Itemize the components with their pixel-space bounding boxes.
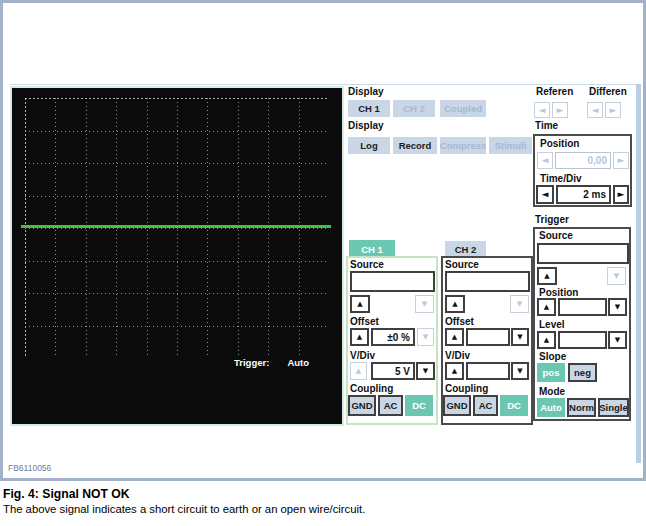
ch1-coupling-ac-button[interactable]: AC [378,395,403,416]
trigger-source-down-button[interactable]: ▼ [607,267,626,285]
ch1-vdiv-label: V/Div [350,351,375,361]
ch2-vdiv-label: V/Div [445,351,470,361]
display-compress-button[interactable]: Compress [440,137,486,154]
ch2-source-down-button[interactable]: ▼ [510,295,529,313]
ch1-vdiv-up-button[interactable]: ▲ [350,362,367,380]
reference-next-button[interactable]: ► [552,102,568,118]
display-log-button[interactable]: Log [348,137,390,154]
up-arrow-icon: ▲ [357,334,362,341]
trigger-mode-auto-button[interactable]: Auto [537,398,565,417]
trigger-level-down-button[interactable]: ▼ [608,331,627,349]
up-arrow-icon: ▲ [544,337,549,344]
ch2-vdiv-down-button[interactable]: ▼ [511,362,529,380]
ch1-offset-down-button[interactable]: ▼ [417,328,434,346]
ch2-offset-field[interactable] [466,328,510,346]
trigger-level-field[interactable] [558,331,607,349]
up-arrow-icon: ▲ [452,368,457,375]
right-arrow-icon: ► [618,156,625,165]
figure-code: FB6110056 [8,463,51,473]
trigger-level-label: Level [539,320,565,330]
trigger-position-label: Position [539,288,578,298]
trigger-source-field[interactable] [537,243,629,264]
trigger-position-field[interactable] [558,298,607,316]
figure-caption: Fig. 4: Signal NOT OK The above signal i… [3,487,365,518]
up-arrow-icon: ▲ [544,273,549,280]
trigger-position-down-button[interactable]: ▼ [608,298,627,316]
ch1-vdiv-down-button[interactable]: ▼ [416,362,435,380]
up-arrow-icon: ▲ [452,334,457,341]
ch2-offset-label: Offset [445,317,474,327]
ch1-coupling-label: Coupling [350,384,393,394]
left-arrow-icon: ◄ [542,190,549,199]
up-arrow-icon: ▲ [357,301,362,308]
scope-grid [25,98,329,358]
time-position-decrement-button[interactable]: ◄ [537,152,553,169]
reference-prev-button[interactable]: ◄ [534,102,550,118]
ch2-source-field[interactable] [445,271,530,292]
ch2-vdiv-field[interactable] [466,362,510,380]
difference-next-button[interactable]: ► [605,102,621,118]
scope-trigger-label: Trigger: [234,357,269,368]
trigger-mode-single-button[interactable]: Single [598,398,629,417]
down-arrow-icon: ▼ [615,304,620,311]
trigger-slope-neg-button[interactable]: neg [568,363,597,382]
ch1-source-field[interactable] [350,271,435,292]
time-position-increment-button[interactable]: ► [613,152,629,169]
ch1-source-label: Source [350,260,384,270]
time-position-label: Position [540,139,579,149]
ch1-source-down-button[interactable]: ▼ [415,295,434,313]
caption-title: Fig. 4: Signal NOT OK [3,487,365,502]
ch1-coupling-gnd-button[interactable]: GND [348,395,376,416]
figure-page: Trigger: Auto Display CH 1 CH 2 Coupled … [0,0,646,526]
ch1-vdiv-field[interactable]: 5 V [371,362,415,380]
timediv-decrement-button[interactable]: ◄ [536,185,554,204]
ch2-vdiv-up-button[interactable]: ▲ [445,362,464,380]
down-arrow-icon: ▼ [614,273,619,280]
down-arrow-icon: ▼ [423,368,428,375]
reference-label: Referen [536,87,573,97]
ch2-coupling-dc-button[interactable]: DC [500,395,528,416]
time-position-field[interactable]: 0,00 [555,152,611,169]
timediv-increment-button[interactable]: ► [613,185,629,204]
trigger-mode-norm-button[interactable]: Norm [567,398,596,417]
right-arrow-icon: ► [557,106,564,115]
trigger-source-up-button[interactable]: ▲ [537,267,557,285]
left-arrow-icon: ◄ [592,106,599,115]
display-ch2-button[interactable]: CH 2 [393,100,435,117]
ch2-source-up-button[interactable]: ▲ [445,295,465,313]
display-modes-label: Display [348,121,384,131]
display-stimuli-button[interactable]: Stimuli [489,137,532,154]
down-arrow-icon: ▼ [517,301,522,308]
ch1-offset-field[interactable]: ±0 % [371,328,415,346]
ch2-coupling-ac-button[interactable]: AC [473,395,498,416]
timediv-field[interactable]: 2 ms [556,185,611,204]
scope-status-line: Trigger: Auto [234,357,309,368]
difference-prev-button[interactable]: ◄ [587,102,603,118]
trigger-mode-label: Mode [539,387,565,397]
ch1-coupling-dc-button[interactable]: DC [405,395,433,416]
trigger-position-up-button[interactable]: ▲ [537,298,556,316]
trigger-level-up-button[interactable]: ▲ [537,331,556,349]
left-arrow-icon: ◄ [542,156,549,165]
trigger-source-label: Source [539,231,573,241]
display-channels-label: Display [348,87,384,97]
display-record-button[interactable]: Record [393,137,437,154]
ch2-offset-up-button[interactable]: ▲ [445,328,464,346]
ch2-coupling-gnd-button[interactable]: GND [443,395,471,416]
down-arrow-icon: ▼ [615,337,620,344]
ch1-source-up-button[interactable]: ▲ [350,295,370,313]
display-ch1-button[interactable]: CH 1 [348,100,390,117]
up-arrow-icon: ▲ [544,304,549,311]
right-arrow-icon: ► [610,106,617,115]
display-coupled-button[interactable]: Coupled [440,100,486,117]
up-arrow-icon: ▲ [452,301,457,308]
trigger-slope-label: Slope [539,352,566,362]
caption-body: The above signal indicates a short circu… [3,502,365,517]
ch1-offset-up-button[interactable]: ▲ [350,328,369,346]
difference-label: Differen [589,87,627,97]
scope-screen: Trigger: Auto [10,86,344,426]
ch1-offset-label: Offset [350,317,379,327]
ch2-offset-down-button[interactable]: ▼ [511,328,529,346]
down-arrow-icon: ▼ [423,334,428,341]
trigger-slope-pos-button[interactable]: pos [537,363,565,382]
